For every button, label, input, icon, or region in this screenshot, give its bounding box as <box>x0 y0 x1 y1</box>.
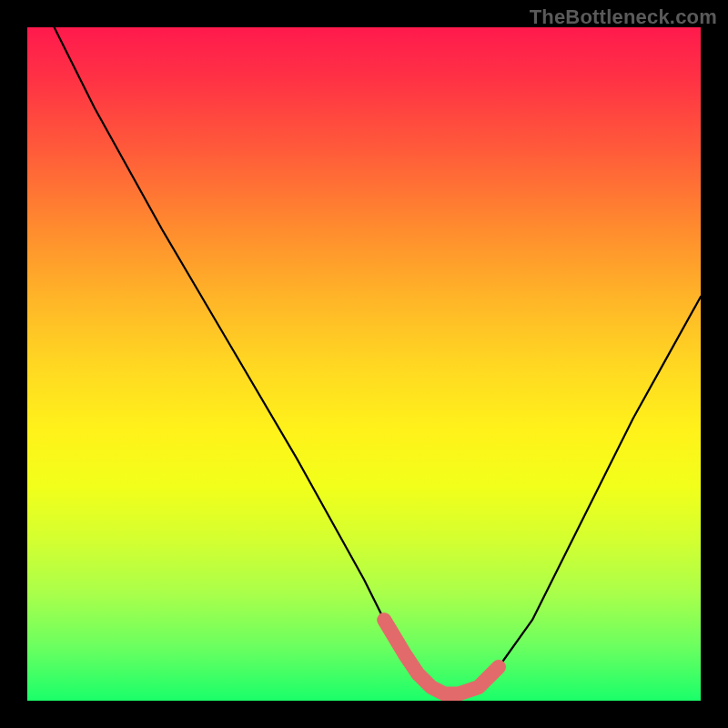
bottleneck-curve <box>55 27 701 694</box>
curve-overlay <box>27 27 701 701</box>
watermark-text: TheBottleneck.com <box>530 5 717 29</box>
chart-frame: TheBottleneck.com <box>0 0 728 728</box>
plot-area <box>27 27 701 701</box>
flat-valley-highlight <box>384 620 499 693</box>
